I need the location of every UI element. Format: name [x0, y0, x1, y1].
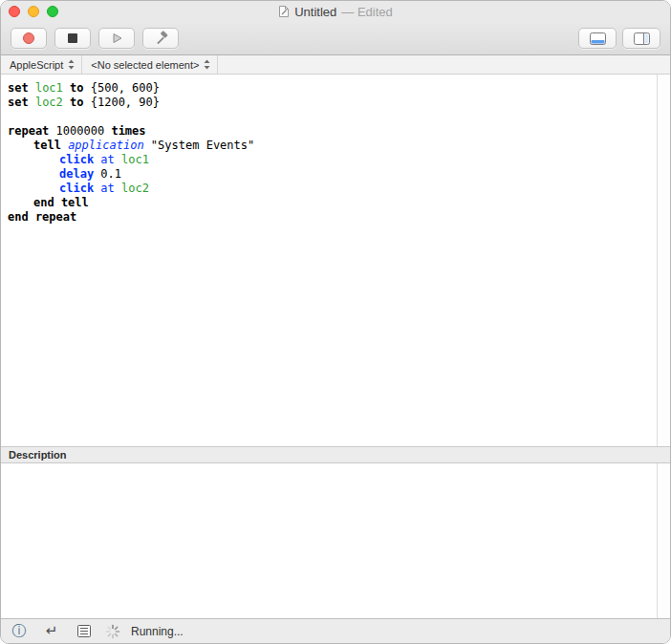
record-button[interactable] [11, 28, 47, 49]
code-line [8, 110, 651, 124]
description-header-label: Description [9, 449, 67, 461]
description-view-button[interactable] [76, 623, 93, 640]
document-proxy-icon [278, 5, 290, 18]
language-popup[interactable]: AppleScript [1, 55, 82, 74]
window-controls [9, 1, 58, 22]
busy-spinner-icon [104, 623, 121, 640]
code-editor[interactable]: set loc1 to {500, 600}set loc2 to {1200,… [1, 75, 670, 446]
chevron-up-down-icon [204, 59, 210, 70]
code-line: click at loc1 [8, 153, 651, 167]
element-popup[interactable]: <No selected element> [82, 55, 218, 74]
editor-scrollbar[interactable] [657, 75, 670, 446]
bottom-pane-toggle-button[interactable] [578, 28, 617, 49]
title-text: Untitled [294, 5, 336, 19]
code-line: end repeat [8, 210, 651, 225]
hammer-icon [153, 31, 168, 46]
code-line: click at loc2 [8, 182, 651, 196]
navigation-bar: AppleScript <No selected element> [1, 55, 670, 75]
description-header: Description [1, 446, 670, 463]
stop-icon [68, 33, 77, 43]
pane-toggles [578, 28, 660, 49]
code-line: delay 0.1 [8, 167, 651, 182]
code-line: end tell [8, 196, 651, 210]
status-text: Running... [131, 625, 184, 638]
play-icon [110, 32, 123, 45]
status-bar: ⓘ ↵ [1, 618, 670, 643]
stop-button[interactable] [54, 28, 91, 49]
titlebar: Untitled — Edited [1, 1, 670, 22]
minimize-button[interactable] [28, 6, 39, 17]
document-lines-icon [77, 625, 91, 637]
code-line: set loc1 to {500, 600} [8, 81, 651, 96]
script-editor-window: Untitled — Edited [0, 0, 671, 644]
edited-label: — Edited [341, 5, 392, 19]
code-text: set loc1 to {500, 600}set loc2 to {1200,… [1, 75, 670, 225]
element-popup-label: <No selected element> [91, 59, 199, 71]
return-arrow-icon: ↵ [46, 624, 58, 638]
code-line: set loc2 to {1200, 90} [8, 96, 651, 110]
chevron-up-down-icon [68, 59, 75, 70]
compile-button[interactable] [142, 28, 179, 49]
code-line: repeat 1000000 times [8, 124, 651, 139]
window-title: Untitled — Edited [278, 5, 393, 19]
record-icon [23, 32, 34, 44]
panel-right-icon [634, 32, 650, 45]
description-scrollbar[interactable] [657, 463, 670, 618]
side-pane-toggle-button[interactable] [622, 28, 660, 49]
language-popup-label: AppleScript [10, 59, 63, 71]
event-log-button[interactable]: ↵ [43, 623, 60, 640]
code-line: tell application "System Events" [8, 139, 651, 153]
zoom-button[interactable] [47, 6, 58, 17]
run-button[interactable] [98, 28, 135, 49]
toolbar [1, 22, 670, 55]
info-circle-icon: ⓘ [12, 624, 27, 638]
close-button[interactable] [9, 6, 20, 17]
info-button[interactable]: ⓘ [11, 623, 28, 640]
panel-bottom-icon [590, 32, 606, 45]
description-panel[interactable] [1, 463, 670, 618]
